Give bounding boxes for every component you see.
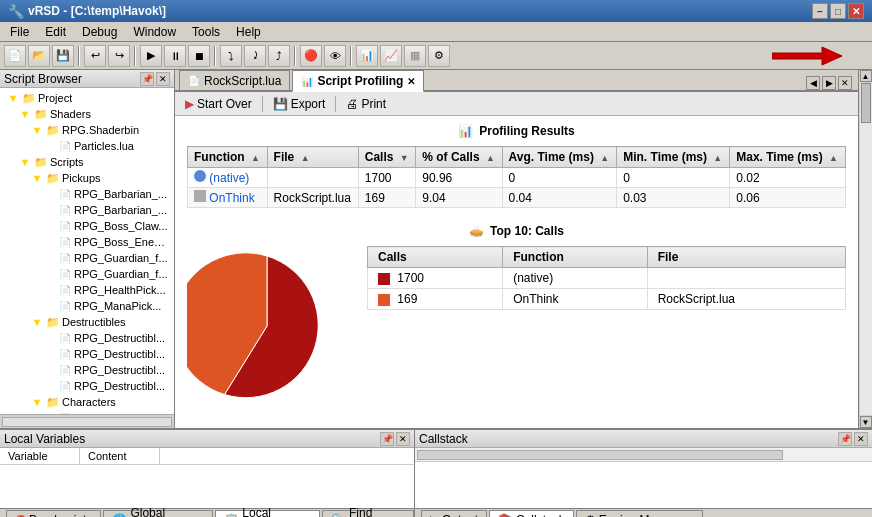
tree-item-health[interactable]: 📄 RPG_HealthPick... bbox=[2, 282, 172, 298]
tab-scroll-right[interactable]: ▶ bbox=[822, 76, 836, 90]
callstack-close[interactable]: ✕ bbox=[854, 432, 868, 446]
tree-item-dest2[interactable]: 📄 RPG_Destructibl... bbox=[2, 346, 172, 362]
run-btn[interactable]: ▶ bbox=[140, 45, 162, 67]
script-browser-tree[interactable]: ▼ 📁 Project ▼ 📁 Shaders ▼ 📁 RPG.Shaderbi… bbox=[0, 88, 174, 414]
title-bar: 🔧 vRSD - [C:\temp\Havok\] − □ ✕ bbox=[0, 0, 872, 22]
callstack-scrollbar[interactable] bbox=[415, 448, 872, 462]
watch-btn[interactable]: 👁 bbox=[324, 45, 346, 67]
tree-item-scripts[interactable]: ▼ 📁 Scripts bbox=[2, 154, 172, 170]
scroll-down-btn[interactable]: ▼ bbox=[860, 416, 872, 428]
callstack-hscroll[interactable] bbox=[417, 450, 783, 460]
tab-find-results[interactable]: 🔍 Find Results bbox=[322, 510, 414, 517]
redo-btn[interactable]: ↪ bbox=[108, 45, 130, 67]
chart-btn[interactable]: ▦ bbox=[404, 45, 426, 67]
tab-local-vars[interactable]: 📋 Local Variables bbox=[215, 510, 320, 517]
tab-rockscript[interactable]: 📄 RockScript.lua bbox=[179, 70, 290, 90]
top10-col-function[interactable]: Function bbox=[503, 247, 647, 268]
tree-item-guardian1[interactable]: 📄 RPG_Guardian_f... bbox=[2, 250, 172, 266]
misc-btn[interactable]: ⚙ bbox=[428, 45, 450, 67]
step-btn[interactable]: ⤵ bbox=[220, 45, 242, 67]
tree-item-barbarian2[interactable]: 📄 RPG_Barbarian_... bbox=[2, 202, 172, 218]
engine-messages-label: Engine Messages bbox=[599, 513, 694, 518]
top10-col-file[interactable]: File bbox=[647, 247, 845, 268]
tree-item-boss-enemy[interactable]: 📄 RPG_Boss_Enem... bbox=[2, 234, 172, 250]
tree-item-dest3[interactable]: 📄 RPG_Destructibl... bbox=[2, 362, 172, 378]
tab-close-all[interactable]: ✕ bbox=[838, 76, 852, 90]
col-function[interactable]: Function ▲ bbox=[188, 147, 268, 168]
tab-close-icon[interactable]: ✕ bbox=[407, 76, 415, 87]
native-link[interactable]: (native) bbox=[209, 171, 249, 185]
local-vars-content[interactable] bbox=[0, 465, 414, 508]
row-avg: 0 bbox=[502, 168, 617, 188]
local-vars-pin[interactable]: 📌 bbox=[380, 432, 394, 446]
menu-file[interactable]: File bbox=[4, 23, 35, 41]
tree-label: Pickups bbox=[62, 172, 101, 184]
spacer-icon bbox=[42, 347, 56, 361]
tree-item-barbarian1[interactable]: 📄 RPG_Barbarian_... bbox=[2, 186, 172, 202]
tree-item-particles[interactable]: 📄 Particles.lua bbox=[2, 138, 172, 154]
pause-btn[interactable]: ⏸ bbox=[164, 45, 186, 67]
start-over-button[interactable]: ▶ Start Over bbox=[181, 95, 256, 113]
col-pct-calls[interactable]: % of Calls ▲ bbox=[416, 147, 502, 168]
menu-debug[interactable]: Debug bbox=[76, 23, 123, 41]
col-min-time[interactable]: Min. Time (ms) ▲ bbox=[617, 147, 730, 168]
export-button[interactable]: 💾 Export bbox=[269, 95, 330, 113]
new-btn[interactable]: 📄 bbox=[4, 45, 26, 67]
tree-scrollbar[interactable] bbox=[0, 414, 174, 428]
scroll-track[interactable] bbox=[860, 83, 872, 415]
step-over-btn[interactable]: ⤸ bbox=[244, 45, 266, 67]
tab-engine-messages[interactable]: ⚙ Engine Messages bbox=[576, 510, 703, 517]
tab-scroll-left[interactable]: ◀ bbox=[806, 76, 820, 90]
tab-breakpoints[interactable]: 🔴 Breakpoints bbox=[6, 510, 101, 517]
scroll-up-btn[interactable]: ▲ bbox=[860, 70, 872, 82]
right-scrollbar[interactable]: ▲ ▼ bbox=[858, 70, 872, 428]
local-vars-close[interactable]: ✕ bbox=[396, 432, 410, 446]
tree-item-destructibles[interactable]: ▼ 📁 Destructibles bbox=[2, 314, 172, 330]
callstack-content[interactable] bbox=[415, 462, 872, 508]
tab-callstack[interactable]: 📚 Callstack bbox=[489, 510, 574, 517]
tree-item-characters[interactable]: ▼ 📁 Characters bbox=[2, 394, 172, 410]
col-content: Content bbox=[80, 448, 160, 464]
col-file[interactable]: File ▲ bbox=[267, 147, 358, 168]
top10-section: 🥧 Top 10: Calls bbox=[175, 216, 858, 414]
tree-item-rpg-shaderbin[interactable]: ▼ 📁 RPG.Shaderbin bbox=[2, 122, 172, 138]
tree-item-shaders[interactable]: ▼ 📁 Shaders bbox=[2, 106, 172, 122]
profile-btn[interactable]: 📊 bbox=[356, 45, 378, 67]
tree-item-mana[interactable]: 📄 RPG_ManaPick... bbox=[2, 298, 172, 314]
top10-col-calls[interactable]: Calls bbox=[368, 247, 503, 268]
print-button[interactable]: 🖨 Print bbox=[342, 95, 390, 113]
maximize-button[interactable]: □ bbox=[830, 3, 846, 19]
tree-item-project[interactable]: ▼ 📁 Project bbox=[2, 90, 172, 106]
col-calls[interactable]: Calls ▼ bbox=[358, 147, 415, 168]
memory-btn[interactable]: 📈 bbox=[380, 45, 402, 67]
tree-item-dest4[interactable]: 📄 RPG_Destructibl... bbox=[2, 378, 172, 394]
breakpoint-btn[interactable]: 🔴 bbox=[300, 45, 322, 67]
col-max-time[interactable]: Max. Time (ms) ▲ bbox=[730, 147, 846, 168]
tree-item-dest1[interactable]: 📄 RPG_Destructibl... bbox=[2, 330, 172, 346]
scroll-thumb[interactable] bbox=[861, 83, 871, 123]
tab-profiling[interactable]: 📊 Script Profiling ✕ bbox=[292, 70, 424, 92]
stop-btn[interactable]: ⏹ bbox=[188, 45, 210, 67]
tab-global-vars[interactable]: 🌐 Global Variables bbox=[103, 510, 213, 517]
tree-item-guardian2[interactable]: 📄 RPG_Guardian_f... bbox=[2, 266, 172, 282]
tree-item-boss-claw[interactable]: 📄 RPG_Boss_Claw... bbox=[2, 218, 172, 234]
close-panel-button[interactable]: ✕ bbox=[156, 72, 170, 86]
onthink-link[interactable]: OnThink bbox=[209, 191, 254, 205]
tab-output[interactable]: ▶ Output bbox=[421, 510, 487, 517]
save-btn[interactable]: 💾 bbox=[52, 45, 74, 67]
menu-tools[interactable]: Tools bbox=[186, 23, 226, 41]
close-button[interactable]: ✕ bbox=[848, 3, 864, 19]
file-icon: 📄 bbox=[58, 235, 72, 249]
undo-btn[interactable]: ↩ bbox=[84, 45, 106, 67]
step-out-btn[interactable]: ⤴ bbox=[268, 45, 290, 67]
pin-button[interactable]: 📌 bbox=[140, 72, 154, 86]
open-btn[interactable]: 📂 bbox=[28, 45, 50, 67]
callstack-pin[interactable]: 📌 bbox=[838, 432, 852, 446]
menu-window[interactable]: Window bbox=[127, 23, 182, 41]
tree-item-pickups[interactable]: ▼ 📁 Pickups bbox=[2, 170, 172, 186]
menu-help[interactable]: Help bbox=[230, 23, 267, 41]
minimize-button[interactable]: − bbox=[812, 3, 828, 19]
top10-file: RockScript.lua bbox=[647, 289, 845, 310]
menu-edit[interactable]: Edit bbox=[39, 23, 72, 41]
col-avg-time[interactable]: Avg. Time (ms) ▲ bbox=[502, 147, 617, 168]
